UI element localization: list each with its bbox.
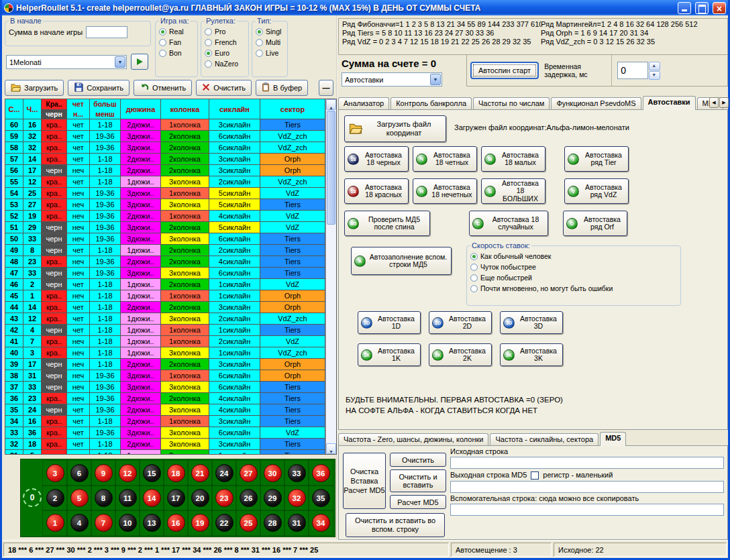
save-button[interactable]: Сохранить bbox=[68, 80, 129, 96]
autospin-start-button[interactable]: Автоспин старт bbox=[470, 62, 539, 79]
board-number-3[interactable]: 3 bbox=[46, 464, 64, 482]
autobet-button[interactable]: М5Проверить МД5 после спина bbox=[344, 211, 430, 236]
table-row[interactable]: 5617черннеч1-182дюжи..2колонка3сиклайнOr… bbox=[5, 165, 336, 176]
table-row[interactable]: 4733черннеч19-363дюжи..3колонка6сиклайнT… bbox=[5, 268, 336, 279]
table-row[interactable]: 424чернчет1-181дюжи..1колонка1сиклайнTie… bbox=[5, 325, 336, 336]
tab-Контроль банкролла[interactable]: Контроль банкролла bbox=[390, 97, 472, 109]
board-number-35[interactable]: 35 bbox=[312, 489, 330, 507]
md5-clear-paste-button[interactable]: Очистить и вставить bbox=[390, 469, 446, 492]
board-number-2[interactable]: 2 bbox=[46, 489, 64, 507]
board-number-34[interactable]: 34 bbox=[312, 514, 330, 532]
autobet-button[interactable]: ОАвтоставка ряд Orf bbox=[563, 211, 627, 236]
spinner-up-icon[interactable] bbox=[649, 62, 660, 70]
table-scrollbar[interactable] bbox=[325, 99, 336, 454]
table-row[interactable]: 417кра..неч1-181дюжи..1колонка2сиклайнVd… bbox=[5, 336, 336, 347]
board-number-17[interactable]: 17 bbox=[167, 489, 185, 507]
tab-Функционал PsevdoMS[interactable]: Функционал PsevdoMS bbox=[551, 97, 641, 109]
table-row[interactable]: 3733черннеч19-363дюжи..3колонка6сиклайнT… bbox=[5, 382, 336, 393]
radio-option[interactable]: Live bbox=[256, 48, 284, 58]
board-number-4[interactable]: 4 bbox=[70, 514, 89, 532]
output-string-input[interactable] bbox=[450, 481, 724, 493]
board-number-16[interactable]: 16 bbox=[167, 514, 185, 532]
profile-select[interactable]: 1Melonati bbox=[6, 55, 127, 69]
board-number-15[interactable]: 15 bbox=[143, 464, 161, 482]
tab-Автоставки[interactable]: Автоставки bbox=[643, 96, 696, 110]
autobet-button[interactable]: 18Автоставка 18 красных bbox=[344, 178, 409, 204]
board-number-31[interactable]: 31 bbox=[288, 514, 306, 532]
clear-paste-helper-button[interactable]: Очистить и вставить во вспом. строку bbox=[346, 513, 445, 537]
autobet-button[interactable]: ТАвтоставка ряд Tier bbox=[564, 146, 629, 172]
board-number-14[interactable]: 14 bbox=[143, 489, 161, 507]
radio-option[interactable]: Еще побыстрей bbox=[470, 272, 677, 283]
radio-option[interactable]: French bbox=[205, 37, 245, 48]
table-row[interactable]: 403кра..неч1-181дюжи..3колонка1сиклайнVd… bbox=[5, 347, 336, 359]
table-row[interactable]: 462чернчет1-181дюжи..2колонка1сиклайнVdZ bbox=[5, 279, 336, 290]
table-row[interactable]: 3524чернчет19-362дюжи..3колонка4сиклайнT… bbox=[5, 404, 336, 416]
register-checkbox[interactable] bbox=[531, 471, 539, 480]
radio-option[interactable]: Singl bbox=[256, 26, 284, 37]
md5-multi-button[interactable]: Очистка Вставка Расчет MD5 bbox=[343, 453, 386, 509]
tab-MD5[interactable]: MD5 bbox=[600, 432, 626, 446]
table-row[interactable]: 3623кра..неч19-362дюжи..2колонка4сиклайн… bbox=[5, 393, 336, 404]
radio-option[interactable]: Pro bbox=[205, 26, 245, 37]
spinner-down-icon[interactable] bbox=[649, 71, 660, 80]
start-sum-input[interactable] bbox=[86, 26, 127, 38]
md5-clear-button[interactable]: Очистить bbox=[390, 453, 446, 467]
chevron-down-icon[interactable] bbox=[430, 74, 441, 85]
board-number-33[interactable]: 33 bbox=[288, 464, 306, 482]
autobet-button[interactable]: 3DАвтоставка 3D bbox=[500, 311, 563, 334]
tab-scroll-right-icon[interactable]: ▶ bbox=[719, 97, 729, 108]
chevron-down-icon[interactable] bbox=[115, 56, 125, 68]
radio-option[interactable]: Bon bbox=[159, 48, 194, 58]
board-number-9[interactable]: 9 bbox=[95, 464, 113, 482]
clipboard-button[interactable]: В буфер bbox=[256, 80, 308, 96]
board-number-32[interactable]: 32 bbox=[288, 489, 306, 507]
table-row[interactable]: 498чернчет1-181дюжи..2колонка2сиклайнTie… bbox=[5, 245, 336, 256]
board-number-27[interactable]: 27 bbox=[240, 464, 258, 482]
clear-button[interactable]: Очистить bbox=[196, 80, 252, 96]
autobet-button[interactable]: VАвтоставка ряд VdZ bbox=[564, 178, 629, 204]
board-number-12[interactable]: 12 bbox=[119, 464, 137, 482]
board-number-18[interactable]: 18 bbox=[167, 464, 185, 482]
autobet-button[interactable]: САвтоставка 18 случайных bbox=[469, 211, 548, 236]
autobet-button[interactable]: 1KАвтоставка 1K bbox=[358, 343, 421, 366]
table-row[interactable]: 5425кра..неч19-363дюжи..1колонка5сиклайн… bbox=[5, 188, 336, 199]
table-row[interactable]: 5714кра..чет1-182дюжи..2колонка3сиклайнO… bbox=[5, 154, 336, 165]
radio-option[interactable]: Real bbox=[159, 26, 194, 37]
open-folder-button[interactable]: Загрузить bbox=[5, 80, 64, 96]
board-number-30[interactable]: 30 bbox=[264, 464, 282, 482]
table-row[interactable]: 5219кра..неч19-362дюжи..1колонка4сиклайн… bbox=[5, 211, 336, 222]
board-number-22[interactable]: 22 bbox=[215, 514, 233, 532]
maximize-button[interactable] bbox=[695, 2, 709, 14]
board-number-36[interactable]: 36 bbox=[312, 464, 330, 482]
autobet-button[interactable]: 2DАвтоставка 2D bbox=[429, 311, 492, 334]
table-row[interactable]: 3218кра..чет1-182дюжи..3колонка3сиклайнT… bbox=[5, 439, 336, 450]
board-number-26[interactable]: 26 bbox=[240, 489, 258, 507]
board-number-23[interactable]: 23 bbox=[215, 489, 233, 507]
radio-option[interactable]: Fan bbox=[159, 37, 194, 48]
board-number-28[interactable]: 28 bbox=[264, 514, 282, 532]
board-number-19[interactable]: 19 bbox=[191, 514, 209, 532]
table-row[interactable]: 315кра..неч1-181дюжи..2колонка1сиклайнTi… bbox=[5, 450, 336, 454]
tab-Частота - сиклайны, сектора[interactable]: Частота - сиклайны, сектора bbox=[490, 433, 598, 445]
scrollbar-thumb[interactable] bbox=[327, 111, 335, 225]
minimize-button[interactable] bbox=[678, 2, 691, 14]
table-row[interactable]: 5129черннеч19-363дюжи..2колонка5сиклайнV… bbox=[5, 222, 336, 233]
table-row[interactable]: 4312кра..чет1-181дюжи..3колонка2сиклайнV… bbox=[5, 313, 336, 325]
table-row[interactable]: 3416кра..чет1-182дюжи..1колонка3сиклайнT… bbox=[5, 416, 336, 427]
autobets-select[interactable]: Автоставки bbox=[342, 72, 442, 87]
table-row[interactable]: 3917черннеч1-182дюжи..2колонка3сиклайнOr… bbox=[5, 359, 336, 370]
board-number-1[interactable]: 1 bbox=[46, 514, 64, 532]
autobet-button[interactable]: 18Автоставка 18 черных bbox=[344, 146, 409, 172]
collapse-button[interactable]: — bbox=[319, 80, 333, 96]
autobet-button[interactable]: 2KАвтоставка 2K bbox=[429, 343, 492, 366]
table-row[interactable]: 5327кра..неч19-363дюжи..3колонка5сиклайн… bbox=[5, 199, 336, 211]
scroll-down-icon[interactable] bbox=[326, 443, 336, 454]
table-row[interactable]: 5932кра..чет19-363дюжи..2колонка6сиклайн… bbox=[5, 131, 336, 142]
radio-option[interactable]: NaZero bbox=[205, 58, 245, 69]
board-number-24[interactable]: 24 bbox=[215, 464, 233, 482]
board-number-20[interactable]: 20 bbox=[191, 489, 209, 507]
helper-string-input[interactable] bbox=[450, 504, 724, 516]
radio-option[interactable]: Почти мгновенно, но могут быть ошибки bbox=[470, 283, 677, 294]
autobet-button[interactable]: ЧАвтоставка 18 четных bbox=[413, 146, 477, 172]
